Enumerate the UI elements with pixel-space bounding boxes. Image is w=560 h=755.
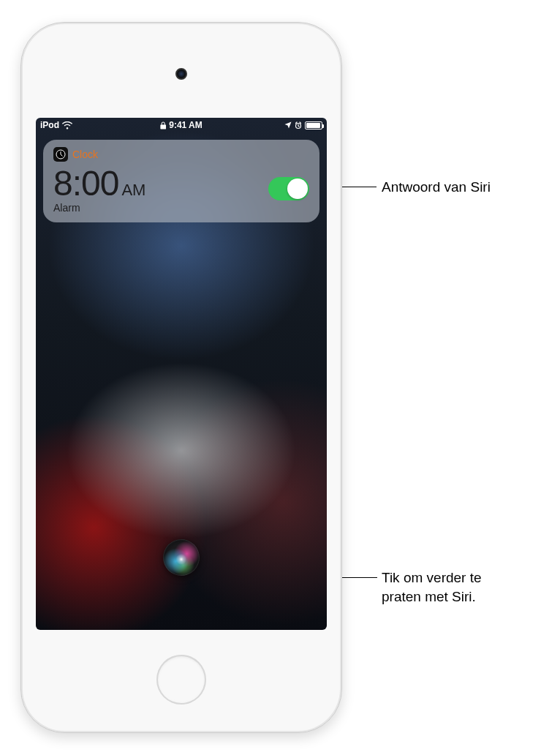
status-right (284, 121, 322, 129)
notification-app-name: Clock (72, 149, 98, 160)
home-button[interactable] (156, 655, 206, 705)
siri-button[interactable] (163, 539, 200, 576)
status-left: iPod (40, 120, 72, 130)
alarm-notification-card[interactable]: Clock 8:00 AM Alarm (43, 140, 319, 222)
alarm-time-ampm: AM (121, 181, 145, 200)
alarm-time-wrap: 8:00 AM Alarm (53, 163, 145, 214)
status-bar: iPod 9:41 AM (36, 118, 327, 132)
alarm-status-icon (295, 121, 302, 129)
alarm-time: 8:00 AM (53, 163, 145, 203)
device-screen: iPod 9:41 AM (36, 118, 327, 630)
front-camera (175, 68, 187, 80)
status-center: 9:41 AM (160, 120, 203, 130)
device-label: iPod (40, 120, 59, 130)
callout-siri-response: Antwoord van Siri (382, 178, 491, 197)
alarm-toggle[interactable] (268, 177, 309, 200)
callout-tap-siri-line2: praten met Siri. (382, 587, 482, 606)
callout-tap-siri-line1: Tik om verder te (382, 568, 482, 587)
notification-body: 8:00 AM Alarm (53, 163, 309, 214)
ipod-device-frame: iPod 9:41 AM (20, 22, 342, 733)
clock-app-icon (53, 147, 68, 162)
callout-tap-siri: Tik om verder te praten met Siri. (382, 568, 482, 606)
battery-icon (305, 121, 322, 129)
status-time: 9:41 AM (169, 120, 203, 130)
notification-header: Clock (53, 147, 309, 162)
battery-fill (306, 123, 320, 128)
lock-icon (160, 121, 166, 129)
alarm-label: Alarm (53, 202, 145, 214)
alarm-time-digits: 8:00 (53, 163, 118, 203)
toggle-knob (287, 179, 308, 199)
wifi-icon (62, 121, 72, 129)
location-icon (284, 121, 292, 129)
